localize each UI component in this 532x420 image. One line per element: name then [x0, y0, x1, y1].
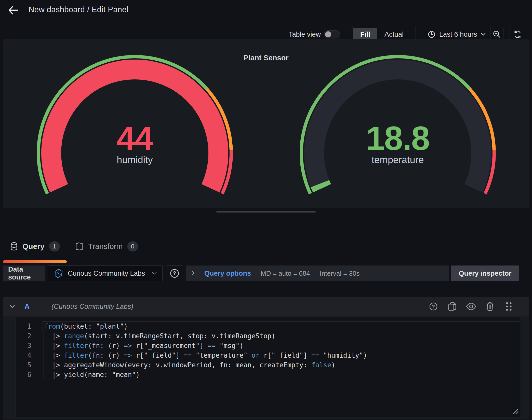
line-number: 2: [16, 332, 43, 340]
question-circle-icon: ?: [170, 269, 179, 278]
table-view-toggle[interactable]: [324, 30, 340, 38]
influxdb-logo-icon: [54, 269, 63, 278]
query-row-header: A (Curious Community Labs) ?: [3, 297, 529, 316]
page-title: New dashboard / Edit Panel: [29, 5, 128, 14]
code-line: 5 |> aggregateWindow(every: v.windowPeri…: [16, 360, 521, 370]
interval-text: Interval = 30s: [320, 270, 360, 277]
query-options-bar[interactable]: › Query options MD = auto = 684 Interval…: [186, 265, 449, 281]
query-datasource-hint: (Curious Community Labs): [51, 303, 133, 311]
zoom-out-icon: [493, 30, 501, 38]
back-button[interactable]: [7, 4, 20, 17]
query-options-link[interactable]: Query options: [204, 270, 251, 277]
line-number: 1: [16, 323, 43, 330]
gauge-label-humidity: humidity: [56, 153, 214, 166]
clock-icon: [428, 31, 435, 38]
toggle-visibility-button[interactable]: [466, 301, 477, 312]
code-text: |> range(start: v.timeRangeStart, stop: …: [43, 332, 275, 340]
query-row-actions: ?: [428, 301, 514, 312]
tab-query[interactable]: Query 1: [10, 237, 60, 256]
tab-transform-label: Transform: [88, 242, 123, 251]
code-line: 6 |> yield(name: "mean"): [16, 370, 521, 380]
code-line: 3 |> filter(fn: (r) => r["_measurement"]…: [16, 341, 521, 351]
grafana-edit-panel-screen: New dashboard / Edit Panel Table view Fi…: [0, 0, 532, 420]
gauge-value-humidity: 44: [56, 121, 214, 156]
gauge-label-temperature: temperature: [319, 153, 477, 166]
line-number: 5: [16, 361, 43, 369]
code-text: |> aggregateWindow(every: v.windowPeriod…: [43, 361, 335, 369]
code-text: from(bucket: "plant"): [43, 323, 128, 330]
refresh-icon: [513, 30, 522, 39]
code-text: |> yield(name: "mean"): [43, 371, 140, 379]
editor-resize-grip[interactable]: [510, 406, 519, 416]
code-line: 4 |> filter(fn: (r) => r["_field"] == "t…: [16, 351, 521, 360]
grip-dots-icon: [506, 302, 512, 311]
gauge-value-temperature: 18.8: [319, 121, 477, 156]
transform-icon: [75, 242, 84, 251]
arrow-left-icon: [7, 4, 19, 16]
database-icon: [10, 242, 18, 251]
delete-query-button[interactable]: [484, 301, 496, 312]
panel-resize-handle[interactable]: [216, 211, 316, 213]
chevron-down-icon: [481, 33, 486, 36]
datasource-name: Curious Community Labs: [68, 270, 148, 277]
svg-text:?: ?: [432, 304, 435, 309]
time-range-label: Last 6 hours: [439, 31, 477, 38]
line-number: 3: [16, 342, 43, 349]
line-number: 6: [16, 371, 43, 379]
table-view-label: Table view: [289, 31, 321, 38]
query-inspector-button[interactable]: Query inspector: [451, 265, 519, 281]
resize-grip-icon: [510, 406, 519, 415]
collapse-query-button[interactable]: [9, 304, 18, 309]
flux-code-editor[interactable]: 1from(bucket: "plant")2 |> range(start: …: [15, 317, 521, 417]
trash-icon: [486, 302, 494, 311]
query-ref-id: A: [24, 302, 30, 311]
chevron-right-icon: ›: [192, 269, 195, 276]
query-editor-row: A (Curious Community Labs) ?: [3, 297, 529, 419]
chevron-down-icon: [9, 304, 15, 309]
copy-icon: [448, 302, 457, 311]
active-tab-indicator: [3, 260, 67, 263]
eye-icon: [466, 303, 476, 310]
code-lines: 1from(bucket: "plant")2 |> range(start: …: [16, 321, 521, 380]
drag-query-handle[interactable]: [503, 301, 514, 312]
tab-transform[interactable]: Transform 0: [75, 237, 138, 256]
toggle-knob: [325, 31, 331, 37]
duplicate-query-button[interactable]: [447, 301, 458, 312]
code-line: 2 |> range(start: v.timeRangeStart, stop…: [16, 331, 521, 341]
datasource-help-button[interactable]: ?: [166, 265, 183, 281]
code-text: |> filter(fn: (r) => r["_measurement"] =…: [43, 342, 244, 349]
chevron-down-icon: [152, 272, 157, 275]
panel-plant-sensor: Plant Sensor 44 humidity 18.8 temperatur…: [3, 39, 529, 208]
datasource-label: Data source: [3, 265, 45, 281]
code-text: |> filter(fn: (r) => r["_field"] == "tem…: [43, 352, 367, 359]
query-help-button[interactable]: ?: [428, 301, 439, 312]
datasource-select[interactable]: Curious Community Labs: [48, 265, 163, 281]
tab-transform-count-badge: 0: [127, 241, 138, 251]
tab-query-label: Query: [22, 242, 45, 251]
help-circle-icon: ?: [429, 302, 438, 311]
tab-query-count-badge: 1: [49, 241, 60, 251]
line-number: 4: [16, 352, 43, 359]
code-line: 1from(bucket: "plant"): [16, 321, 521, 331]
max-data-points-text: MD = auto = 684: [261, 270, 310, 277]
